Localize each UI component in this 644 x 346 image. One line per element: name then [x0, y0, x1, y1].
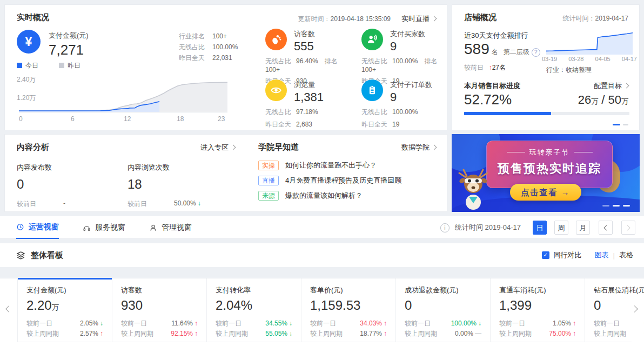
- banner-cta-button[interactable]: 点击查看 →: [510, 184, 581, 201]
- line-chart: [546, 29, 633, 55]
- shop-overview-panel: 店铺概况 统计时间：2019-04-17 近30天支付金额排行 589 名 第二…: [452, 4, 640, 130]
- kpi-card-conversion-rate[interactable]: 支付转化率 2.04% 较前一日34.55% 较上周同期55.05%: [207, 278, 301, 342]
- metric-value: 7,271: [49, 42, 89, 58]
- goal-fraction: 26万 / 50万: [578, 93, 628, 107]
- cards-prev-button[interactable]: [6, 307, 14, 311]
- news-tag: 实操: [258, 161, 279, 170]
- divider: |: [613, 251, 615, 260]
- chevron-right-icon: [624, 83, 629, 89]
- legend-yesterday-swatch: [59, 63, 64, 68]
- realtime-overview-panel: 实时概况 更新时间：2019-04-18 15:35:09 实时直播 ¥ 支付金…: [4, 4, 447, 130]
- goal-progress-bar: [464, 112, 629, 115]
- chart-legend: 今日 昨日: [17, 61, 81, 70]
- news-tag: 来源: [258, 191, 279, 201]
- mascot-illustration: [454, 162, 493, 212]
- banner-kicker: 玩转亲子节: [487, 148, 612, 157]
- rank-title: 近30天支付金额排行: [464, 31, 528, 41]
- legend-today: 今日: [17, 61, 38, 70]
- goal-title: 本月销售目标进度: [464, 81, 520, 91]
- news-tag: 直播: [258, 176, 279, 185]
- view-tab-bar: 运营视窗 服务视窗 管理视窗 i 统计时间 2019-04-17 日 周 月: [0, 216, 644, 239]
- content-views-metric: 内容浏览次数 18 较前日50.00%: [128, 163, 230, 209]
- legend-today-swatch: [17, 63, 22, 68]
- payment-amount-metric: ¥ 支付金额(元) 7,271: [17, 30, 89, 58]
- period-day-button[interactable]: 日: [533, 221, 547, 235]
- layers-icon: [16, 251, 25, 260]
- yen-icon: ¥: [17, 30, 41, 54]
- rank-unit: 名: [492, 48, 498, 57]
- rank-value: 589: [464, 41, 489, 58]
- academy-news-item[interactable]: 来源爆款的流量该如何解析？: [258, 191, 363, 201]
- tab-operations-view[interactable]: 运营视窗: [16, 216, 59, 239]
- x-axis-tick: 6: [71, 115, 75, 123]
- buyers-icon: [361, 29, 383, 50]
- legend-yesterday: 昨日: [59, 61, 81, 70]
- x-axis-tick: 12: [124, 115, 131, 123]
- panel-pagination[interactable]: [613, 124, 628, 125]
- industry-label: 行业：收纳整理: [546, 65, 592, 75]
- kpi-card-payment-amount[interactable]: 支付金额(元) 2.20万 较前一日2.05% 较上周同期2.57%: [18, 278, 112, 342]
- goal-percent: 52.72%: [464, 91, 512, 108]
- chevron-right-icon: [432, 16, 437, 22]
- clipboard-icon: [361, 79, 383, 101]
- period-month-button[interactable]: 月: [576, 221, 590, 235]
- tab-service-view[interactable]: 服务视窗: [83, 216, 125, 239]
- person-icon: [149, 224, 157, 232]
- update-time: 更新时间：2019-04-18 15:35:09: [298, 15, 391, 24]
- goal-progress-fill: [464, 112, 551, 115]
- configure-goal-link[interactable]: 配置目标: [594, 81, 628, 91]
- kpi-card-avg-order-value[interactable]: 客单价(元) 1,159.53 较前一日34.03% 较上周同期18.77%: [301, 278, 396, 342]
- x-axis-tick: 18: [177, 115, 184, 123]
- stat-time: 统计时间：2019-04-17: [563, 14, 628, 23]
- chevron-right-icon: [432, 145, 437, 150]
- kpi-card-diamond-spend[interactable]: 钻石展位消耗(元) 0 较前一日0.00% 较上周同期0.00%: [585, 278, 644, 342]
- academy-news-item[interactable]: 直播4月免费直播课程预告及历史直播回顾: [258, 176, 401, 185]
- metric-label: 支付金额(元): [49, 31, 89, 41]
- x-axis-tick: 0: [19, 115, 23, 123]
- down-arrow-icon: [198, 199, 201, 209]
- shop-panel-title: 店铺概况: [464, 12, 497, 23]
- content-panel-title: 内容分析: [17, 142, 49, 152]
- content-publish-metric: 内容发布数 0 较前日-: [17, 163, 119, 209]
- kpi-cards-panel: 支付金额(元) 2.20万 较前一日2.05% 较上周同期2.57% 访客数 9…: [0, 278, 644, 346]
- peer-compare-checkbox[interactable]: ✓: [542, 251, 549, 259]
- promo-banner[interactable]: 玩转亲子节 预售预热实时追踪 点击查看 →: [452, 134, 640, 212]
- chevron-right-icon: [231, 145, 236, 150]
- enter-zone-link[interactable]: 进入专区: [200, 143, 235, 152]
- chart-view-toggle[interactable]: 图表: [595, 250, 609, 260]
- data-academy-link[interactable]: 数据学院: [401, 143, 436, 152]
- date-prev-button[interactable]: [599, 221, 613, 235]
- rank-change: 较前日 27名: [464, 63, 506, 72]
- rank-trend-chart: [546, 29, 633, 57]
- content-analysis-panel: 内容分析 进入专区 内容发布数 0 较前日- 内容浏览次数 18 较前日50.0…: [4, 134, 447, 212]
- tab-management-view[interactable]: 管理视窗: [149, 216, 192, 239]
- kanban-title: 整体看板: [31, 250, 63, 261]
- x-axis-tick: 23: [218, 115, 225, 123]
- footprint-icon: [265, 29, 287, 50]
- metric-pay-buyers: 支付买家数 9 无线占比100.00%排名100+ 昨日全天19: [361, 29, 458, 86]
- academy-news-item[interactable]: 实操如何让你的流量跑不出手心？: [258, 161, 377, 170]
- peer-compare-label[interactable]: 同行对比: [554, 250, 582, 260]
- banner-card: 玩转亲子节 预售预热实时追踪: [486, 141, 613, 188]
- period-week-button[interactable]: 周: [554, 221, 568, 235]
- trend-x-axis: 03-1903-2804-0504-17: [542, 56, 637, 62]
- realtime-trend-chart: [19, 78, 227, 112]
- headset-icon: [83, 224, 91, 232]
- academy-title: 学院早知道: [258, 142, 299, 152]
- kpi-card-ztc-spend[interactable]: 直通车消耗(元) 1,399 较前一日1.05% 较上周同期75.00%: [491, 278, 585, 342]
- metric-visitors: 访客数 555 无线占比96.40%排名100+ 昨日全天930: [265, 29, 361, 86]
- live-broadcast-link[interactable]: 实时直播: [401, 14, 436, 24]
- date-next-button[interactable]: [621, 221, 635, 235]
- payment-stats: 行业排名100+ 无线占比100.00% 昨日全天22,031: [179, 31, 238, 63]
- table-view-toggle[interactable]: 表格: [619, 250, 633, 260]
- info-circle-icon[interactable]: i: [440, 223, 450, 232]
- kpi-card-visitors[interactable]: 访客数 930 较前一日11.64% 较上周同期92.15%: [112, 278, 207, 342]
- realtime-panel-title: 实时概况: [17, 12, 49, 23]
- carousel-indicator[interactable]: [602, 205, 630, 207]
- monitor-icon: [16, 223, 24, 231]
- question-circle-icon[interactable]: ?: [532, 48, 540, 57]
- eye-icon: [265, 79, 287, 101]
- metric-pageviews: 浏览量 1,381 无线占比97.18% 昨日全天2,683: [265, 79, 361, 129]
- overall-kanban-bar: 整体看板 ✓ 同行对比 图表 | 表格: [0, 243, 644, 267]
- kpi-card-refund-amount[interactable]: 成功退款金额(元) 0 较前一日100.00% 较上周同期0.00%: [396, 278, 491, 342]
